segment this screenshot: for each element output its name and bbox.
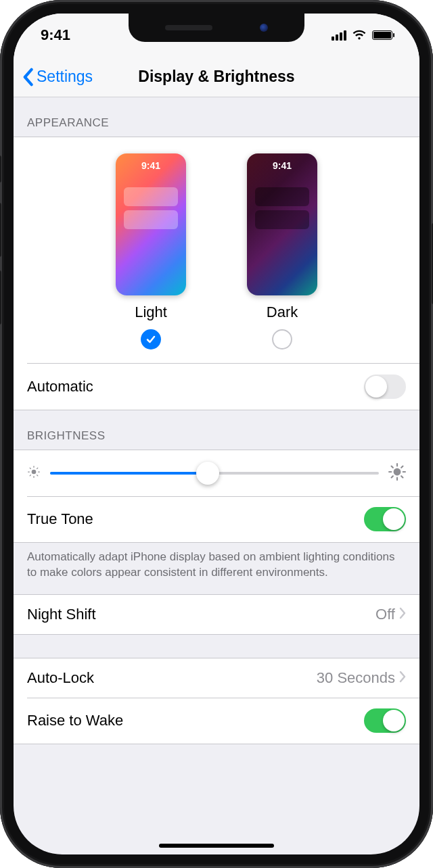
night-shift-row[interactable]: Night Shift Off [14, 595, 419, 634]
dark-label: Dark [267, 304, 298, 321]
automatic-row: Automatic [14, 364, 419, 410]
brightness-group: True Tone [14, 450, 419, 544]
brightness-slider-row [14, 450, 419, 496]
content-scroll[interactable]: APPEARANCE 9:41 Light [14, 97, 419, 854]
raise-to-wake-label: Raise to Wake [27, 712, 123, 729]
battery-icon [372, 30, 392, 40]
svg-line-7 [30, 475, 30, 475]
svg-line-6 [37, 475, 38, 475]
speaker-grille [165, 25, 212, 30]
automatic-toggle[interactable] [364, 375, 406, 399]
svg-line-14 [392, 466, 393, 467]
night-shift-group: Night Shift Off [14, 594, 419, 635]
appearance-section-header: APPEARANCE [14, 97, 419, 137]
true-tone-description: Automatically adapt iPhone display based… [14, 543, 419, 594]
night-shift-value: Off [375, 606, 395, 623]
volume-down-button [0, 270, 1, 324]
svg-line-8 [37, 468, 38, 468]
night-shift-label: Night Shift [27, 606, 96, 623]
status-time: 9:41 [41, 26, 70, 44]
front-camera [260, 24, 268, 32]
appearance-options-row: 9:41 Light 9:41 Dark [14, 137, 419, 363]
svg-line-5 [30, 468, 30, 468]
preview-time-light: 9:41 [116, 160, 186, 171]
svg-line-15 [401, 476, 403, 477]
back-button[interactable]: Settings [14, 68, 93, 87]
mute-switch [0, 155, 1, 183]
brightness-slider[interactable] [50, 462, 379, 484]
sun-max-icon [388, 463, 406, 483]
chevron-right-icon [399, 669, 406, 687]
svg-line-17 [401, 466, 403, 467]
iphone-device-frame: 9:41 Settings Display & Brightness APPEA… [0, 0, 433, 868]
dark-mode-preview: 9:41 [247, 153, 317, 295]
auto-lock-row[interactable]: Auto-Lock 30 Seconds [14, 658, 419, 698]
cellular-signal-icon [332, 30, 346, 41]
raise-to-wake-row: Raise to Wake [14, 698, 419, 744]
light-mode-preview: 9:41 [116, 153, 186, 295]
chevron-left-icon [22, 68, 34, 87]
light-radio-checked[interactable] [141, 329, 161, 349]
dark-radio-unchecked[interactable] [272, 329, 292, 349]
auto-lock-label: Auto-Lock [27, 669, 94, 687]
appearance-option-dark[interactable]: 9:41 Dark [247, 153, 317, 349]
appearance-group: 9:41 Light 9:41 Dark [14, 137, 419, 410]
true-tone-toggle[interactable] [364, 507, 406, 531]
status-icons [332, 30, 392, 41]
chevron-right-icon [399, 606, 406, 623]
screen: 9:41 Settings Display & Brightness APPEA… [14, 14, 419, 854]
svg-point-9 [394, 468, 401, 475]
notch [129, 14, 304, 42]
svg-line-16 [392, 476, 393, 477]
auto-lock-value: 30 Seconds [317, 669, 395, 687]
true-tone-label: True Tone [27, 510, 93, 528]
checkmark-icon [145, 334, 156, 345]
svg-point-0 [32, 469, 37, 474]
nav-bar: Settings Display & Brightness [14, 57, 419, 97]
back-label: Settings [37, 68, 93, 86]
preview-time-dark: 9:41 [247, 160, 317, 171]
lock-group: Auto-Lock 30 Seconds Raise to Wake [14, 658, 419, 745]
home-indicator[interactable] [159, 844, 274, 848]
true-tone-row: True Tone [14, 496, 419, 542]
appearance-option-light[interactable]: 9:41 Light [116, 153, 186, 349]
automatic-label: Automatic [27, 378, 93, 395]
wifi-icon [352, 30, 367, 41]
sun-min-icon [27, 465, 41, 481]
volume-up-button [0, 203, 1, 257]
brightness-section-header: BRIGHTNESS [14, 410, 419, 450]
light-label: Light [135, 304, 167, 321]
raise-to-wake-toggle[interactable] [364, 708, 406, 733]
